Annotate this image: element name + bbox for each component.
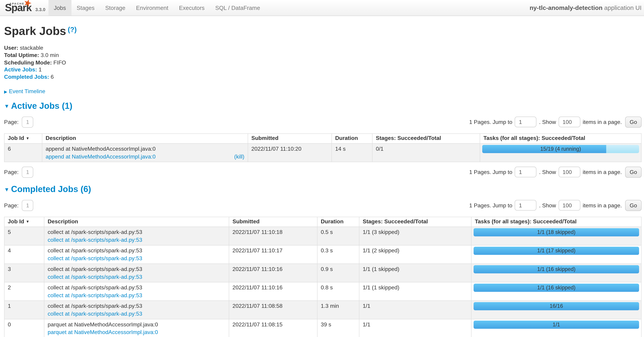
chevron-down-icon: ▼ (4, 186, 10, 192)
job-detail-link[interactable]: collect at /spark-scripts/spark-ad.py:53 (48, 274, 142, 280)
go-button[interactable]: Go (625, 200, 642, 211)
col-description[interactable]: Description (44, 217, 229, 227)
col-duration[interactable]: Duration (317, 217, 359, 227)
table-row: 4 collect at /spark-scripts/spark-ad.py:… (4, 245, 642, 264)
spark-logo[interactable]: Spark APACHE ★ 3.3.0 (4, 0, 47, 16)
completed-jobs-link[interactable]: Completed Jobs: (4, 74, 49, 80)
tab-executors[interactable]: Executors (174, 0, 210, 16)
show-text: . Show (539, 202, 556, 208)
tab-environment[interactable]: Environment (131, 0, 174, 16)
help-link[interactable]: (?) (68, 26, 77, 34)
job-detail-link[interactable]: collect at /spark-scripts/spark-ad.py:53 (48, 311, 142, 317)
col-job-id[interactable]: Job Id▼ (4, 217, 44, 227)
job-detail-link[interactable]: append at NativeMethodAccessorImpl.java:… (46, 153, 156, 160)
task-progress-bar: 1/1 (16 skipped) (474, 265, 639, 273)
task-progress-bar: 1/1 (474, 321, 639, 329)
current-page-indicator: 1 (22, 200, 34, 211)
active-jobs-table: Job Id▼ Description Submitted Duration S… (4, 133, 642, 162)
tasks-cell: 1/1 (16 skipped) (471, 282, 642, 301)
nav-tabs: Jobs Stages Storage Environment Executor… (48, 0, 266, 16)
duration-cell: 0.9 s (317, 264, 359, 282)
description-cell: collect at /spark-scripts/spark-ad.py:53… (44, 282, 229, 301)
show-text: . Show (539, 119, 556, 125)
go-button[interactable]: Go (625, 167, 642, 178)
task-progress-bar: 16/16 (474, 302, 639, 310)
submitted-cell: 2022/11/07 11:10:17 (229, 245, 318, 264)
duration-cell: 39 s (317, 319, 359, 337)
application-title: ny-tlc-anomaly-detection application UI (530, 0, 642, 16)
duration-cell: 0.3 s (317, 245, 359, 264)
items-per-page-input[interactable] (558, 167, 580, 177)
job-id-cell: 4 (4, 245, 44, 264)
job-detail-link[interactable]: collect at /spark-scripts/spark-ad.py:53 (48, 292, 142, 298)
job-id-cell: 1 (4, 301, 44, 319)
col-tasks[interactable]: Tasks (for all stages): Succeeded/Total (480, 134, 642, 144)
summary-list: User: stackable Total Uptime: 3.0 min Sc… (4, 44, 642, 81)
job-id-cell: 0 (4, 319, 44, 337)
task-progress-bar: 1/1 (17 skipped) (474, 247, 639, 255)
submitted-cell: 2022/11/07 11:10:20 (248, 143, 332, 162)
task-progress-label: 1/1 (474, 321, 639, 329)
spark-version: 3.3.0 (35, 7, 46, 12)
description-cell: collect at /spark-scripts/spark-ad.py:53… (44, 227, 229, 245)
active-jobs-heading[interactable]: ▼Active Jobs (1) (4, 101, 642, 111)
items-per-page-input[interactable] (558, 117, 580, 127)
duration-cell: 14 s (332, 143, 372, 162)
items-per-page-input[interactable] (558, 200, 580, 211)
apache-label: APACHE (10, 2, 24, 5)
task-progress-bar: 1/1 (18 skipped) (474, 228, 639, 236)
pagination-row: Page: 1 1 Pages. Jump to . Show items in… (4, 200, 642, 211)
tasks-cell: 15/19 (4 running) (480, 143, 642, 162)
col-duration[interactable]: Duration (332, 134, 372, 144)
stages-cell: 1/1 (2 skipped) (359, 245, 471, 264)
col-job-id[interactable]: Job Id▼ (4, 134, 42, 144)
tasks-cell: 1/1 (18 skipped) (471, 227, 642, 245)
active-jobs-link[interactable]: Active Jobs: (4, 67, 37, 73)
page-label: Page: (4, 119, 18, 125)
tab-storage[interactable]: Storage (100, 0, 130, 16)
job-detail-link[interactable]: parquet at NativeMethodAccessorImpl.java… (48, 329, 158, 335)
chevron-down-icon: ▼ (4, 103, 10, 109)
table-header-row: Job Id▼ Description Submitted Duration S… (4, 134, 642, 144)
description-cell: append at NativeMethodAccessorImpl.java:… (42, 143, 248, 162)
kill-link[interactable]: (kill) (234, 153, 244, 160)
description-cell: collect at /spark-scripts/spark-ad.py:53… (44, 245, 229, 264)
job-id-cell: 3 (4, 264, 44, 282)
tasks-cell: 1/1 (17 skipped) (471, 245, 642, 264)
task-progress-bar: 1/1 (16 skipped) (474, 284, 639, 292)
submitted-cell: 2022/11/07 11:10:18 (229, 227, 318, 245)
chevron-right-icon: ▶ (4, 89, 7, 94)
task-progress-label: 15/19 (4 running) (482, 145, 639, 153)
completed-jobs-table: Job Id▼ Description Submitted Duration S… (4, 217, 642, 337)
go-button[interactable]: Go (625, 117, 642, 128)
completed-jobs-heading[interactable]: ▼Completed Jobs (6) (4, 184, 642, 194)
event-timeline-label: Event Timeline (9, 88, 45, 94)
job-detail-link[interactable]: collect at /spark-scripts/spark-ad.py:53 (48, 237, 142, 243)
stages-cell: 1/1 (1 skipped) (359, 282, 471, 301)
stages-cell: 1/1 (359, 301, 471, 319)
page-label: Page: (4, 202, 18, 208)
jump-to-page-input[interactable] (515, 167, 536, 177)
stages-cell: 1/1 (359, 319, 471, 337)
pagination-row: Page: 1 1 Pages. Jump to . Show items in… (4, 117, 642, 128)
job-detail-link[interactable]: collect at /spark-scripts/spark-ad.py:53 (48, 255, 142, 261)
summary-user: User: stackable (4, 44, 642, 52)
col-submitted[interactable]: Submitted (229, 217, 318, 227)
submitted-cell: 2022/11/07 11:10:16 (229, 264, 318, 282)
submitted-cell: 2022/11/07 11:08:58 (229, 301, 318, 319)
tab-jobs[interactable]: Jobs (48, 0, 71, 16)
pages-jump-text: 1 Pages. Jump to (469, 202, 512, 208)
col-stages[interactable]: Stages: Succeeded/Total (359, 217, 471, 227)
col-description[interactable]: Description (42, 134, 248, 144)
col-stages[interactable]: Stages: Succeeded/Total (372, 134, 480, 144)
jump-to-page-input[interactable] (515, 117, 536, 127)
col-submitted[interactable]: Submitted (248, 134, 332, 144)
description-cell: collect at /spark-scripts/spark-ad.py:53… (44, 264, 229, 282)
tab-stages[interactable]: Stages (71, 0, 100, 16)
task-progress-label: 1/1 (16 skipped) (474, 284, 639, 292)
tab-sql-dataframe[interactable]: SQL / DataFrame (210, 0, 266, 16)
col-tasks[interactable]: Tasks (for all stages): Succeeded/Total (471, 217, 642, 227)
event-timeline-toggle[interactable]: ▶Event Timeline (4, 88, 642, 94)
navbar: Spark APACHE ★ 3.3.0 Jobs Stages Storage… (0, 0, 644, 16)
jump-to-page-input[interactable] (515, 200, 536, 211)
